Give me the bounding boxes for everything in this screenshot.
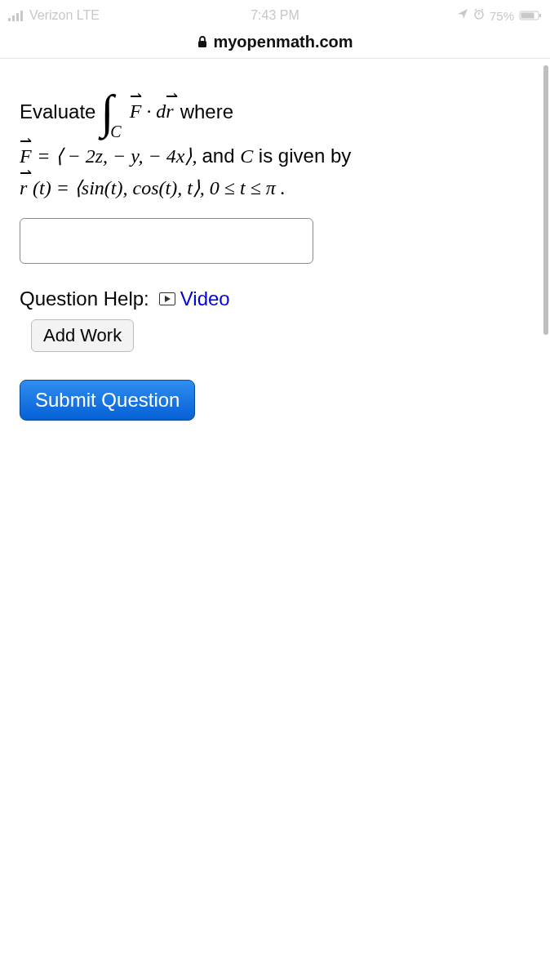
vector-arrow-icon: ⇀: [166, 87, 173, 107]
carrier-label: Verizon LTE: [29, 8, 100, 23]
video-icon: [159, 292, 175, 305]
battery-percent: 75%: [490, 9, 514, 23]
lock-icon: [197, 35, 208, 51]
svg-rect-11: [198, 41, 206, 47]
curve-C: C: [240, 145, 253, 167]
vector-r-dr: ⇀ r: [166, 98, 173, 126]
integral-expression: ∫ C: [100, 88, 124, 136]
browser-url-bar[interactable]: myopenmath.com: [0, 31, 550, 59]
svg-rect-0: [8, 18, 11, 21]
video-link[interactable]: Video: [159, 285, 230, 313]
status-bar: Verizon LTE 7:43 PM 75%: [0, 0, 550, 31]
svg-rect-9: [521, 13, 534, 19]
and-label: and: [202, 145, 240, 167]
add-work-button[interactable]: Add Work: [31, 319, 134, 352]
vector-arrow-icon: ⇀: [130, 87, 142, 107]
question-help-row: Question Help: Video: [20, 285, 530, 313]
F-components: = ⟨ − 2z, − y, − 4x⟩,: [37, 145, 202, 167]
submit-question-button[interactable]: Submit Question: [20, 380, 195, 421]
question-content: Evaluate ∫ C ⇀ F · d ⇀ r where ⇀ F = ⟨ −…: [0, 59, 550, 421]
signal-icon: [8, 10, 24, 21]
url-text: myopenmath.com: [213, 33, 353, 51]
vector-arrow-icon: ⇀: [20, 131, 32, 152]
question-help-label: Question Help:: [20, 285, 149, 313]
where-label: where: [180, 98, 233, 126]
svg-line-6: [475, 9, 477, 11]
evaluate-label: Evaluate: [20, 98, 95, 126]
status-right: 75%: [457, 8, 542, 23]
svg-rect-1: [12, 16, 15, 21]
svg-rect-10: [539, 14, 541, 17]
dot-operator: ·: [146, 98, 151, 126]
status-left: Verizon LTE: [8, 8, 100, 23]
scrollbar-thumb[interactable]: [543, 65, 548, 335]
svg-line-7: [481, 9, 483, 11]
svg-rect-2: [16, 13, 19, 21]
video-label: Video: [180, 285, 230, 313]
location-icon: [457, 8, 468, 23]
svg-rect-3: [20, 11, 23, 21]
vector-F: ⇀ F: [130, 98, 142, 126]
vector-r-def: ⇀ r: [20, 175, 27, 203]
question-line-1: Evaluate ∫ C ⇀ F · d ⇀ r where: [20, 88, 530, 136]
battery-icon: [519, 10, 542, 21]
alarm-icon: [473, 8, 485, 23]
status-time: 7:43 PM: [251, 8, 299, 23]
r-parametrization: (t) = ⟨sin(t), cos(t), t⟩, 0 ≤ t ≤ π .: [33, 177, 286, 198]
d-label: d: [156, 98, 166, 126]
integral-subscript: C: [110, 120, 121, 143]
vector-arrow-icon: ⇀: [20, 163, 27, 184]
given-by-label: is given by: [259, 145, 351, 167]
answer-input[interactable]: [20, 218, 313, 264]
question-line-2: ⇀ F = ⟨ − 2z, − y, − 4x⟩, and C is given…: [20, 142, 530, 171]
question-line-3: ⇀ r (t) = ⟨sin(t), cos(t), t⟩, 0 ≤ t ≤ π…: [20, 174, 530, 203]
